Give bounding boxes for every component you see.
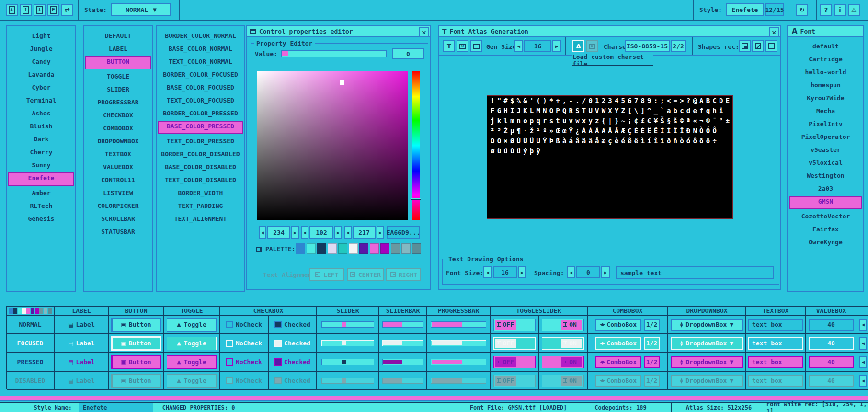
control-list-item[interactable]: LABEL xyxy=(85,43,151,55)
new-style-button[interactable]: + xyxy=(6,4,18,16)
checkbox-checked[interactable] xyxy=(274,377,282,384)
property-list-item[interactable]: BORDER_COLOR_DISABLED xyxy=(158,149,243,160)
property-list-item[interactable]: BASE_COLOR_NORMAL xyxy=(158,43,243,55)
blue-decrement-button[interactable]: ◀ xyxy=(344,226,352,239)
palette-swatch[interactable] xyxy=(370,243,379,254)
property-list-item[interactable]: BASE_COLOR_DISABLED xyxy=(158,161,243,173)
combobox-sample[interactable]: ◀▶ ComboBox xyxy=(595,356,641,368)
palette-swatch[interactable] xyxy=(412,243,421,254)
property-list-item[interactable]: TEXT_PADDING xyxy=(158,200,243,212)
help-button[interactable]: ? xyxy=(820,4,832,16)
palette-swatch[interactable] xyxy=(380,243,389,254)
property-list-item[interactable]: BORDER_WIDTH xyxy=(158,187,243,199)
gen-size-increment-button[interactable]: ▶ xyxy=(552,40,561,52)
combobox-counter[interactable]: 1/2 xyxy=(644,356,660,368)
combobox-counter[interactable]: 1/2 xyxy=(644,319,660,331)
combobox-sample[interactable]: ◀▶ ComboBox xyxy=(595,319,641,331)
control-list-item[interactable]: DEFAULT xyxy=(85,30,151,42)
control-list-item[interactable]: CHECKBOX xyxy=(85,110,151,121)
palette-swatch[interactable] xyxy=(328,243,337,254)
toggleslider-on-sample[interactable]: ON xyxy=(542,319,584,331)
control-list-item[interactable]: TEXTBOX xyxy=(85,149,151,160)
style-list-item[interactable]: Light xyxy=(8,30,74,42)
control-list-item[interactable]: DROPDOWNBOX xyxy=(85,136,151,147)
style-list-item[interactable]: Ashes xyxy=(8,108,74,119)
toggleslider-off-sample[interactable]: OFF xyxy=(493,319,536,331)
close-icon[interactable]: × xyxy=(769,27,779,37)
combobox-counter[interactable]: 1/2 xyxy=(644,337,660,350)
spinner-decrement-button[interactable]: ◀ xyxy=(859,356,867,368)
property-list-item[interactable]: TEXT_COLOR_FOCUSED xyxy=(158,95,243,106)
style-list-item[interactable]: Dark xyxy=(8,134,74,145)
sliderbar-sample[interactable] xyxy=(382,321,423,328)
toggle-sample[interactable]: ▲ Toggle xyxy=(167,318,217,332)
gen-size-decrement-button[interactable]: ◀ xyxy=(514,40,523,52)
font-list-item[interactable]: OwreKynge xyxy=(789,237,862,248)
slider-handle[interactable] xyxy=(342,341,346,345)
font-list-item[interactable]: v5loxical xyxy=(789,157,862,169)
style-list-item[interactable]: Sunny xyxy=(8,160,74,171)
checkbox-unchecked[interactable] xyxy=(226,340,233,347)
palette-swatch[interactable] xyxy=(359,243,368,254)
property-list-item[interactable]: TEXT_COLOR_PRESSED xyxy=(158,136,243,147)
combobox-counter[interactable]: 1/2 xyxy=(644,375,660,387)
control-list-item[interactable]: COLORPICKER xyxy=(85,200,151,212)
palette-swatch[interactable] xyxy=(338,243,347,254)
toggle-sample[interactable]: ▲ Toggle xyxy=(167,355,217,369)
sliderbar-sample[interactable] xyxy=(382,340,423,346)
style-list-item[interactable]: Terminal xyxy=(8,95,74,106)
textbox-sample[interactable]: text box xyxy=(748,356,803,368)
valuebox-sample[interactable]: 40 xyxy=(809,375,854,387)
textbox-sample[interactable]: text box xyxy=(748,319,803,331)
hue-bar[interactable] xyxy=(412,71,420,220)
dropdownbox-sample[interactable]: ▲▼ DropdownBox ▼ xyxy=(671,375,743,387)
dropdownbox-sample[interactable]: ▲▼ DropdownBox ▼ xyxy=(671,319,743,331)
control-list-item[interactable]: BUTTON xyxy=(85,56,151,69)
export-style-button[interactable]: E xyxy=(47,4,59,16)
font-list-item[interactable]: GMSN xyxy=(789,196,862,209)
toggleslider-knob[interactable]: OFF xyxy=(495,376,516,386)
font-size-increment-button[interactable]: ▶ xyxy=(518,266,526,278)
font-list-item[interactable]: Fairfax xyxy=(789,224,862,235)
font-list-item[interactable]: PixelIntv xyxy=(789,118,862,130)
spacing-value[interactable]: 0 xyxy=(576,266,600,278)
slider-sample[interactable] xyxy=(321,321,374,328)
font-atlas-image[interactable]: !"#$%&'()*+,-./0123456789:;<=>?@ABCDEFGH… xyxy=(487,95,733,219)
style-list-item[interactable]: Candy xyxy=(8,56,74,68)
palette-swatch[interactable] xyxy=(349,243,358,254)
button-sample[interactable]: ▣ Button xyxy=(111,355,161,369)
red-increment-button[interactable]: ▶ xyxy=(291,226,299,239)
font-list-item[interactable]: homespun xyxy=(789,80,862,91)
font-list-item[interactable]: hello-world xyxy=(789,67,862,78)
palette-swatch[interactable] xyxy=(317,243,326,254)
toggleslider-off-sample[interactable]: OFF xyxy=(493,356,536,368)
control-list-item[interactable]: TOGGLE xyxy=(85,71,151,82)
combobox-sample[interactable]: ◀▶ ComboBox xyxy=(595,375,641,387)
font-list-item[interactable]: 2a03 xyxy=(789,183,862,195)
dropdownbox-sample[interactable]: ▲▼ DropdownBox ▼ xyxy=(671,337,743,350)
font-list-item[interactable]: Mecha xyxy=(789,105,862,117)
combobox-sample[interactable]: ◀▶ ComboBox xyxy=(595,337,641,350)
property-list-item[interactable]: BORDER_COLOR_PRESSED xyxy=(158,108,243,119)
toggle-sample[interactable]: ▲ Toggle xyxy=(167,337,217,350)
property-list-item[interactable]: TEXT_COLOR_NORMAL xyxy=(158,56,243,68)
spinner-decrement-button[interactable]: ◀ xyxy=(859,375,867,387)
font-list-item[interactable]: Cartridge xyxy=(789,54,862,65)
slider-handle[interactable] xyxy=(342,322,346,327)
control-list-item[interactable]: COMBOBOX xyxy=(85,123,151,134)
style-list-item[interactable]: Lavanda xyxy=(8,69,74,80)
palette-swatch[interactable] xyxy=(307,243,316,254)
green-value[interactable]: 102 xyxy=(309,226,333,239)
toggleslider-knob[interactable]: OFF xyxy=(495,320,516,330)
font-size-value[interactable]: 16 xyxy=(493,266,517,278)
blue-value[interactable]: 217 xyxy=(353,226,376,239)
random-style-button[interactable]: ⇄ xyxy=(61,4,73,16)
color-picker-cursor[interactable] xyxy=(340,80,344,85)
reload-style-button[interactable]: ↻ xyxy=(796,4,808,16)
checkbox-checked[interactable] xyxy=(274,321,282,328)
valuebox-sample[interactable]: 40 xyxy=(809,337,854,350)
toggleslider-knob[interactable]: OFF xyxy=(495,357,516,367)
style-list-item[interactable]: Cyber xyxy=(8,82,74,93)
blue-increment-button[interactable]: ▶ xyxy=(377,226,384,239)
property-list-item[interactable]: TEXT_COLOR_DISABLED xyxy=(158,174,243,186)
